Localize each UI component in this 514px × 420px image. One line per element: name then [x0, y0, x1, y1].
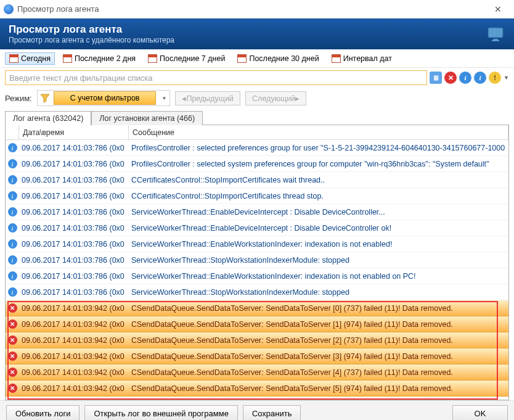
row-datetime: 09.06.2017 14:01:03:942 (0x0: [19, 336, 129, 345]
info-icon: i: [8, 191, 17, 200]
date-last30-label: Последние 30 дней: [249, 54, 319, 63]
row-datetime: 09.06.2017 14:01:03:942 (0x0: [19, 304, 129, 313]
date-toolbar: Сегодня Последние 2 дня Последние 7 дней…: [0, 49, 514, 68]
date-today-label: Сегодня: [21, 54, 51, 63]
date-today-button[interactable]: Сегодня: [5, 52, 55, 65]
filter-row: ≣ ✕ i i ! ▼: [0, 68, 514, 88]
row-datetime: 09.06.2017 14:01:03:786 (0x0: [19, 256, 129, 265]
info-icon: i: [8, 287, 17, 297]
svg-rect-1: [493, 39, 498, 40]
row-message: ProfilesController : selected preference…: [129, 144, 508, 152]
error-icon: ✕: [8, 368, 17, 377]
warning-filter-icon[interactable]: !: [489, 72, 501, 84]
mode-label: Режим:: [5, 94, 32, 103]
table-row[interactable]: i09.06.2017 14:01:03:786 (0x0CCertificat…: [6, 172, 508, 188]
row-message: ProfilesController : selected system pre…: [129, 160, 508, 168]
tab-install-log[interactable]: Лог установки агента (466): [91, 111, 203, 125]
row-message: CSendDataQueue.SendDataToServer: SendDat…: [129, 384, 508, 393]
grid-body[interactable]: i09.06.2017 14:01:03:786 (0x0ProfilesCon…: [6, 140, 508, 400]
log-grid: Дата\время Сообщение i09.06.2017 14:01:0…: [5, 125, 509, 400]
calendar-icon: [9, 54, 18, 63]
row-message: CSendDataQueue.SendDataToServer: SendDat…: [129, 304, 508, 313]
row-message: CSendDataQueue.SendDataToServer: SendDat…: [129, 336, 508, 345]
date-interval-label: Интервал дат: [343, 54, 392, 63]
open-external-button[interactable]: Открыть лог во внешней программе: [84, 405, 237, 420]
date-interval-button[interactable]: Интервал дат: [327, 52, 396, 65]
calendar-icon: [148, 54, 157, 63]
table-row[interactable]: i09.06.2017 14:01:03:786 (0x0ServiceWork…: [6, 284, 508, 300]
table-row[interactable]: ✕09.06.2017 14:01:03:942 (0x0CSendDataQu…: [6, 348, 508, 364]
row-message: ServiceWorkerThread::StopWorkstationInde…: [129, 288, 508, 297]
grid-header: Дата\время Сообщение: [6, 125, 508, 140]
info2-filter-icon[interactable]: i: [474, 72, 486, 84]
date-last2-button[interactable]: Последние 2 дня: [59, 52, 140, 65]
table-row[interactable]: ✕09.06.2017 14:01:03:942 (0x0CSendDataQu…: [6, 332, 508, 348]
prev-button[interactable]: ◂Предыдущий: [175, 91, 240, 105]
error-icon: ✕: [8, 319, 17, 329]
tab-agent-log[interactable]: Лог агента (632042): [5, 111, 91, 125]
table-row[interactable]: ✕09.06.2017 14:01:03:942 (0x0CSendDataQu…: [6, 364, 508, 381]
table-row[interactable]: i09.06.2017 14:01:03:786 (0x0ProfilesCon…: [6, 156, 508, 172]
table-row[interactable]: i09.06.2017 14:01:03:786 (0x0ServiceWork…: [6, 204, 508, 220]
row-message: ServiceWorkerThread::EnableWorkstationIn…: [129, 240, 508, 249]
filter-input[interactable]: [5, 70, 427, 85]
info-filter-icon[interactable]: i: [459, 72, 471, 84]
next-label: Следующий: [252, 94, 295, 103]
error-icon: ✕: [8, 303, 17, 313]
ok-button[interactable]: OK: [452, 405, 508, 420]
row-message: ServiceWorkerThread::EnableWorkstationIn…: [129, 272, 508, 281]
table-row[interactable]: i09.06.2017 14:01:03:786 (0x0ServiceWork…: [6, 220, 508, 236]
window-title: Просмотр лога агента: [17, 4, 486, 14]
with-filters-button[interactable]: С учетом фильтров: [54, 91, 157, 105]
table-row[interactable]: i09.06.2017 14:01:03:786 (0x0ServiceWork…: [6, 252, 508, 268]
row-datetime: 09.06.2017 14:01:03:786 (0x0: [19, 288, 129, 297]
table-row[interactable]: ✕09.06.2017 14:01:03:942 (0x0CSendDataQu…: [6, 381, 508, 397]
table-row[interactable]: ✕09.06.2017 14:01:03:942 (0x0CSendDataQu…: [6, 316, 508, 332]
col-icon[interactable]: [6, 125, 19, 139]
col-datetime[interactable]: Дата\время: [19, 125, 129, 139]
header: Просмотр лога агента Просмотр лога агент…: [0, 19, 514, 49]
table-row[interactable]: ✕09.06.2017 14:01:03:942 (0x0CSendDataQu…: [6, 300, 508, 316]
funnel-icon: [40, 93, 50, 103]
svg-rect-2: [492, 40, 499, 41]
col-message[interactable]: Сообщение: [129, 125, 508, 139]
row-datetime: 09.06.2017 14:01:03:786 (0x0: [19, 176, 129, 184]
titlebar: Просмотр лога агента ✕: [0, 0, 514, 19]
monitor-icon: [486, 24, 505, 44]
row-message: CSendDataQueue.SendDataToServer: SendDat…: [129, 368, 508, 377]
svg-rect-0: [488, 28, 503, 38]
table-row[interactable]: i09.06.2017 14:01:03:786 (0x0ProfilesCon…: [6, 140, 508, 156]
page-title: Просмотр лога агента: [9, 23, 174, 36]
mode-chevron-icon[interactable]: ▼: [160, 96, 168, 101]
table-row[interactable]: i09.06.2017 14:01:03:786 (0x0ServiceWork…: [6, 268, 508, 284]
mode-row: Режим: С учетом фильтров ▼ ◂Предыдущий С…: [0, 88, 514, 109]
date-last30-button[interactable]: Последние 30 дней: [233, 52, 323, 65]
save-button[interactable]: Сохранить: [243, 405, 301, 420]
row-datetime: 09.06.2017 14:01:03:786 (0x0: [19, 192, 129, 200]
table-row[interactable]: i09.06.2017 14:01:03:786 (0x0ServiceWork…: [6, 236, 508, 252]
list-view-icon[interactable]: ≣: [430, 72, 442, 84]
tabs: Лог агента (632042) Лог установки агента…: [0, 109, 514, 125]
row-datetime: 09.06.2017 14:01:03:942 (0x0: [19, 352, 129, 361]
info-icon: i: [8, 239, 17, 249]
calendar-icon: [63, 54, 72, 63]
next-button[interactable]: Следующий▸: [245, 91, 306, 105]
row-message: ServiceWorkerThread::EnableDeviceInterce…: [129, 224, 508, 233]
row-datetime: 09.06.2017 14:01:03:786 (0x0: [19, 160, 129, 168]
error-filter-icon[interactable]: ✕: [444, 72, 457, 84]
calendar-icon: [332, 54, 341, 63]
table-row[interactable]: i09.06.2017 14:01:03:786 (0x0CCertificat…: [6, 188, 508, 204]
date-last7-button[interactable]: Последние 7 дней: [144, 52, 229, 65]
info-icon: i: [8, 175, 17, 184]
row-message: ServiceWorkerThread::EnableDeviceInterce…: [129, 208, 508, 216]
dropdown-chevron-icon[interactable]: ▼: [504, 75, 509, 81]
info-icon: i: [8, 159, 17, 168]
row-datetime: 09.06.2017 14:01:03:942 (0x0: [19, 384, 129, 393]
refresh-button[interactable]: Обновить логи: [6, 405, 80, 420]
row-message: ServiceWorkerThread::StopWorkstationInde…: [129, 256, 508, 265]
row-message: CSendDataQueue.SendDataToServer: SendDat…: [129, 320, 508, 329]
error-icon: ✕: [8, 384, 17, 393]
error-icon: ✕: [8, 336, 17, 345]
close-icon[interactable]: ✕: [486, 4, 510, 14]
row-message: CSendDataQueue.SendDataToServer: SendDat…: [129, 352, 508, 361]
